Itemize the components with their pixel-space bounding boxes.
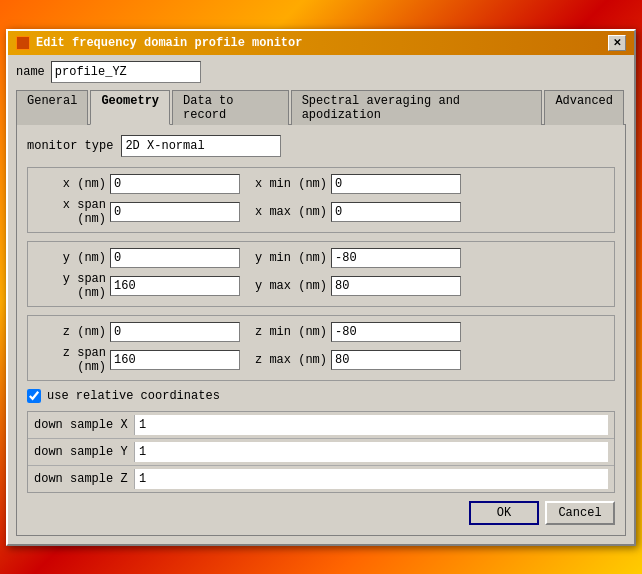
x-max-label: x max (nm): [252, 205, 327, 219]
z-input[interactable]: [110, 322, 240, 342]
button-row: OK Cancel: [27, 501, 615, 525]
y-min-label: y min (nm): [252, 251, 327, 265]
down-sample-z-label: down sample Z: [34, 472, 134, 486]
y-span-label: y span (nm): [36, 272, 106, 300]
y-min-input[interactable]: [331, 248, 461, 268]
x-span-row: x span (nm) x max (nm): [36, 198, 606, 226]
y-max-group: y max (nm): [252, 276, 461, 296]
z-min-input[interactable]: [331, 322, 461, 342]
z-max-label: z max (nm): [252, 353, 327, 367]
x-input[interactable]: [110, 174, 240, 194]
relative-coords-checkbox[interactable]: [27, 389, 41, 403]
dialog-body: name General Geometry Data to record Spe…: [8, 55, 634, 544]
y-input[interactable]: [110, 248, 240, 268]
relative-coords-row: use relative coordinates: [27, 389, 615, 403]
z-max-input[interactable]: [331, 350, 461, 370]
dialog-title: Edit frequency domain profile monitor: [36, 36, 302, 50]
z-span-input[interactable]: [110, 350, 240, 370]
x-min-label: x min (nm): [252, 177, 327, 191]
app-icon: [16, 36, 30, 50]
y-span-row: y span (nm) y max (nm): [36, 272, 606, 300]
y-span-input[interactable]: [110, 276, 240, 296]
down-sample-section: down sample X down sample Y down sample …: [27, 411, 615, 493]
tab-general[interactable]: General: [16, 90, 88, 125]
down-sample-z-input[interactable]: [134, 469, 608, 489]
z-max-group: z max (nm): [252, 350, 461, 370]
x-max-group: x max (nm): [252, 202, 461, 222]
x-min-group: x min (nm): [252, 174, 461, 194]
x-section: x (nm) x min (nm) x span (nm) x max (nm): [27, 167, 615, 233]
z-label: z (nm): [36, 325, 106, 339]
down-sample-x-row: down sample X: [28, 412, 614, 439]
name-label: name: [16, 65, 45, 79]
down-sample-z-row: down sample Z: [28, 466, 614, 492]
down-sample-y-row: down sample Y: [28, 439, 614, 466]
x-min-input[interactable]: [331, 174, 461, 194]
tab-content-geometry: monitor type 2D X-normal 2D Y-normal 2D …: [16, 125, 626, 536]
x-row: x (nm) x min (nm): [36, 174, 606, 194]
monitor-type-dropdown-wrapper: 2D X-normal 2D Y-normal 2D Z-normal 3D: [121, 135, 281, 157]
x-span-label: x span (nm): [36, 198, 106, 226]
z-span-label: z span (nm): [36, 346, 106, 374]
z-section: z (nm) z min (nm) z span (nm) z max (nm): [27, 315, 615, 381]
z-min-group: z min (nm): [252, 322, 461, 342]
down-sample-y-label: down sample Y: [34, 445, 134, 459]
tabs: General Geometry Data to record Spectral…: [16, 89, 626, 125]
tab-advanced[interactable]: Advanced: [544, 90, 624, 125]
y-label: y (nm): [36, 251, 106, 265]
y-max-input[interactable]: [331, 276, 461, 296]
x-label: x (nm): [36, 177, 106, 191]
y-min-group: y min (nm): [252, 248, 461, 268]
dialog: Edit frequency domain profile monitor ✕ …: [6, 29, 636, 546]
cancel-button[interactable]: Cancel: [545, 501, 615, 525]
x-span-input[interactable]: [110, 202, 240, 222]
ok-button[interactable]: OK: [469, 501, 539, 525]
name-row: name: [16, 61, 626, 83]
tab-data-to-record[interactable]: Data to record: [172, 90, 289, 125]
monitor-type-row: monitor type 2D X-normal 2D Y-normal 2D …: [27, 135, 615, 157]
relative-coords-label: use relative coordinates: [47, 389, 220, 403]
monitor-type-select[interactable]: 2D X-normal 2D Y-normal 2D Z-normal 3D: [121, 135, 281, 157]
y-max-label: y max (nm): [252, 279, 327, 293]
down-sample-y-input[interactable]: [134, 442, 608, 462]
name-input[interactable]: [51, 61, 201, 83]
tab-spectral[interactable]: Spectral averaging and apodization: [291, 90, 543, 125]
close-button[interactable]: ✕: [608, 35, 626, 51]
z-span-row: z span (nm) z max (nm): [36, 346, 606, 374]
y-section: y (nm) y min (nm) y span (nm) y max (nm): [27, 241, 615, 307]
y-row: y (nm) y min (nm): [36, 248, 606, 268]
tab-geometry[interactable]: Geometry: [90, 90, 170, 125]
down-sample-x-input[interactable]: [134, 415, 608, 435]
down-sample-x-label: down sample X: [34, 418, 134, 432]
monitor-type-label: monitor type: [27, 139, 113, 153]
title-bar: Edit frequency domain profile monitor ✕: [8, 31, 634, 55]
title-bar-left: Edit frequency domain profile monitor: [16, 36, 302, 50]
x-max-input[interactable]: [331, 202, 461, 222]
z-min-label: z min (nm): [252, 325, 327, 339]
z-row: z (nm) z min (nm): [36, 322, 606, 342]
